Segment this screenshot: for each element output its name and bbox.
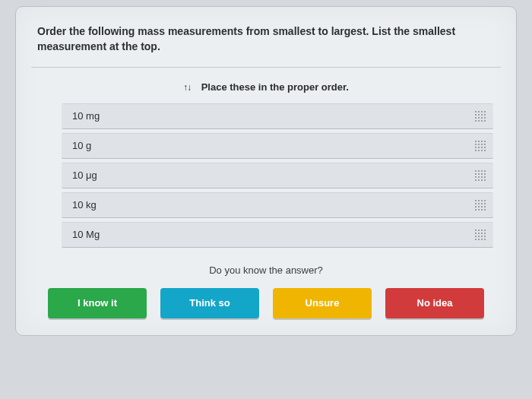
list-item[interactable]: 10 kg [62,192,493,218]
item-label: 10 g [72,140,91,151]
list-item[interactable]: 10 μg [62,163,493,188]
item-label: 10 kg [72,199,97,211]
order-instruction: ↑↓ Place these in the proper order. [16,81,516,93]
question-text: Order the following mass measurements fr… [16,24,516,67]
list-item[interactable]: 10 mg [62,103,493,129]
drag-handle-icon[interactable] [475,170,486,181]
sort-arrows-icon: ↑↓ [183,82,191,93]
drag-handle-icon[interactable] [475,111,486,122]
drag-handle-icon[interactable] [475,200,486,211]
think-so-button[interactable]: Think so [160,288,259,318]
sortable-list: 10 mg 10 g 10 μg 10 kg 10 Mg [16,103,516,248]
drag-handle-icon[interactable] [475,230,486,240]
list-item[interactable]: 10 Mg [62,222,493,248]
no-idea-button[interactable]: No idea [385,288,484,318]
i-know-it-button[interactable]: I know it [48,288,147,318]
item-label: 10 mg [72,110,100,122]
list-item[interactable]: 10 g [62,133,493,159]
drag-handle-icon[interactable] [475,141,486,151]
instruction-text: Place these in the proper order. [201,81,349,93]
divider [31,67,501,68]
item-label: 10 μg [72,169,97,181]
item-label: 10 Mg [72,229,100,240]
unsure-button[interactable]: Unsure [273,288,372,318]
confirm-prompt: Do you know the answer? [16,264,516,276]
question-card: Order the following mass measurements fr… [15,6,517,336]
confidence-buttons: I know it Think so Unsure No idea [16,288,516,318]
